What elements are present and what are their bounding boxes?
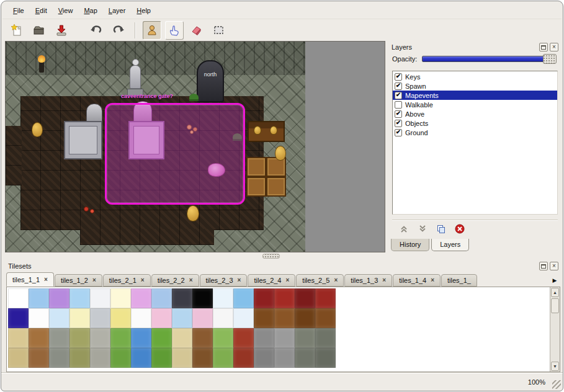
opacity-slider[interactable] <box>422 56 557 62</box>
tileset-tile[interactable] <box>49 328 69 348</box>
tileset-tile[interactable] <box>274 328 295 348</box>
tileset-tile[interactable] <box>110 348 131 368</box>
layer-visibility-checkbox[interactable]: ✔ <box>395 120 402 127</box>
event-tool-button[interactable] <box>143 21 161 40</box>
close-dock-button[interactable]: × <box>550 43 558 51</box>
tileset-tile[interactable] <box>315 348 336 368</box>
eraser-tool-button[interactable] <box>187 21 206 40</box>
tileset-tile[interactable] <box>29 328 49 348</box>
resize-grip[interactable] <box>552 380 561 389</box>
tileset-tile[interactable] <box>151 308 172 328</box>
tileset-tile[interactable] <box>131 348 151 368</box>
scrollbar-handle[interactable] <box>551 298 559 313</box>
layer-row-selected[interactable]: ✔ Mapevents <box>393 91 557 100</box>
tileset-tile[interactable] <box>90 328 110 348</box>
tileset-tab[interactable]: tiles_1_1 × <box>6 272 54 287</box>
tileset-tile[interactable] <box>192 308 213 328</box>
tileset-tab[interactable]: tiles_2_4 × <box>248 274 295 287</box>
tileset-tab[interactable]: tiles_2_3 × <box>200 274 248 287</box>
tileset-tile[interactable] <box>192 288 213 308</box>
layer-visibility-checkbox[interactable]: ✔ <box>395 110 402 118</box>
tileset-tile[interactable] <box>151 328 172 348</box>
map-canvas-panel[interactable]: north <box>5 41 385 252</box>
tileset-tile[interactable] <box>110 308 131 328</box>
tileset-tab[interactable]: tiles_2_1 × <box>103 274 151 287</box>
tileset-tab[interactable]: tiles_1_2 × <box>55 274 102 287</box>
close-tab-icon[interactable]: × <box>286 277 290 283</box>
tileset-tile[interactable] <box>274 288 295 308</box>
tileset-tile[interactable] <box>295 348 315 368</box>
tileset-tab[interactable]: tiles_1_3 × <box>344 274 392 287</box>
tileset-tile[interactable] <box>295 328 315 348</box>
tileset-tile[interactable] <box>8 328 29 348</box>
tileset-tile[interactable] <box>8 288 29 308</box>
tileset-tile[interactable] <box>274 308 295 328</box>
close-tab-icon[interactable]: × <box>141 277 145 283</box>
tileset-tile[interactable] <box>29 288 49 308</box>
tileset-tile[interactable] <box>90 348 110 368</box>
tileset-tile[interactable] <box>90 288 110 308</box>
layer-row[interactable]: ✔ Walkable <box>393 100 557 109</box>
tileset-tile[interactable] <box>233 348 254 368</box>
save-map-button[interactable] <box>52 21 71 40</box>
tab-history[interactable]: History <box>391 239 429 251</box>
tileset-tile[interactable] <box>151 288 172 308</box>
tileset-tile[interactable] <box>172 348 192 368</box>
layer-row[interactable]: ✔ Objects <box>393 118 557 128</box>
tileset-tile[interactable] <box>69 328 90 348</box>
tileset-tile[interactable] <box>69 308 90 328</box>
close-tab-icon[interactable]: × <box>382 277 386 283</box>
tileset-tile[interactable] <box>315 328 336 348</box>
tileset-tile[interactable] <box>233 308 254 328</box>
tileset-tab[interactable]: tiles_2_2 × <box>151 274 199 287</box>
tileset-view[interactable]: ▲ ▼ <box>6 287 560 372</box>
open-map-button[interactable] <box>30 21 48 40</box>
tileset-tile[interactable] <box>192 328 213 348</box>
horizontal-splitter-grip[interactable] <box>262 254 280 259</box>
tileset-tile[interactable] <box>213 348 233 368</box>
tileset-tile[interactable] <box>172 328 192 348</box>
tileset-tile[interactable] <box>172 308 192 328</box>
delete-layer-button[interactable] <box>454 223 465 234</box>
tileset-tile[interactable] <box>254 288 274 308</box>
duplicate-layer-button[interactable] <box>436 223 446 234</box>
menu-map[interactable]: Map <box>78 5 102 16</box>
close-tab-icon[interactable]: × <box>334 277 338 283</box>
layer-list[interactable]: ✔ Keys ✔ Spawn ✔ Mapevents ✔ Walkable ✔ … <box>392 71 558 215</box>
tileset-tile[interactable] <box>192 348 213 368</box>
layer-visibility-checkbox[interactable]: ✔ <box>395 82 402 90</box>
tileset-tile[interactable] <box>213 288 233 308</box>
tileset-tile[interactable] <box>131 308 151 328</box>
tileset-tile[interactable] <box>90 308 110 328</box>
opacity-slider-handle[interactable] <box>543 54 557 64</box>
layer-row[interactable]: ✔ Keys <box>393 72 557 81</box>
redo-button[interactable] <box>109 21 128 40</box>
tileset-tile[interactable] <box>233 288 254 308</box>
tileset-tile[interactable] <box>172 288 192 308</box>
layer-visibility-checkbox[interactable]: ✔ <box>395 73 402 81</box>
close-tab-icon[interactable]: × <box>238 277 241 283</box>
tileset-tile[interactable] <box>254 308 274 328</box>
tileset-tile[interactable] <box>49 348 69 368</box>
tileset-tile[interactable] <box>131 328 151 348</box>
tileset-tile[interactable] <box>110 328 131 348</box>
map-selection-rectangle[interactable] <box>105 103 245 205</box>
float-dock-button[interactable] <box>539 43 548 51</box>
tileset-vertical-scrollbar[interactable]: ▲ ▼ <box>550 287 560 372</box>
close-tab-icon[interactable]: × <box>431 277 434 283</box>
tileset-tile[interactable] <box>131 288 151 308</box>
tileset-tab[interactable]: tiles_1_4 × <box>393 274 441 287</box>
tileset-tile[interactable] <box>110 288 131 308</box>
tileset-tile[interactable] <box>213 308 233 328</box>
tileset-tile[interactable] <box>29 348 49 368</box>
tileset-tile[interactable] <box>213 328 233 348</box>
tileset-tile[interactable] <box>254 348 274 368</box>
tileset-tile[interactable] <box>69 288 90 308</box>
move-layer-up-button[interactable] <box>398 223 409 234</box>
tileset-tile[interactable] <box>315 308 336 328</box>
scroll-up-button[interactable]: ▲ <box>551 288 559 297</box>
close-dock-button[interactable]: × <box>550 262 558 270</box>
scroll-down-button[interactable]: ▼ <box>551 362 559 371</box>
layer-row[interactable]: ✔ Ground <box>393 128 557 137</box>
tileset-tile[interactable] <box>233 328 254 348</box>
